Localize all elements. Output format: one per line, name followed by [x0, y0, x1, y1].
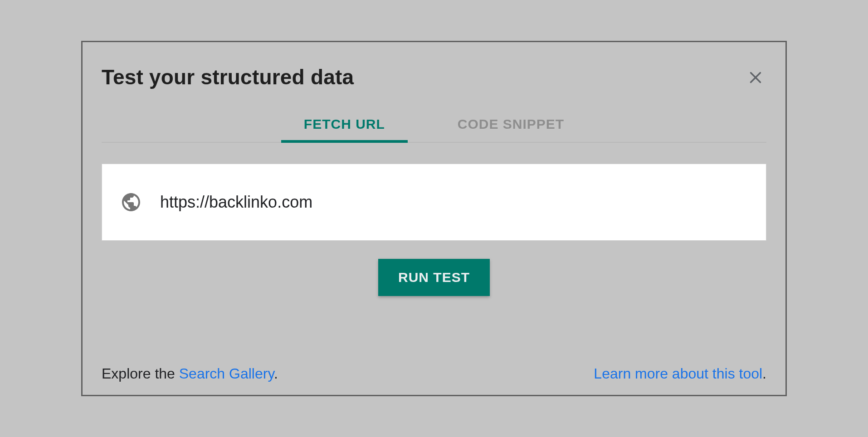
- footer: Explore the Search Gallery. Learn more a…: [102, 365, 766, 382]
- tabs: FETCH URL CODE SNIPPET: [102, 117, 766, 143]
- tab-fetch-url[interactable]: FETCH URL: [295, 117, 394, 142]
- footer-left: Explore the Search Gallery.: [102, 365, 278, 382]
- search-gallery-link[interactable]: Search Gallery: [179, 365, 274, 382]
- footer-right: Learn more about this tool.: [594, 365, 766, 382]
- url-input[interactable]: [160, 193, 748, 212]
- header-row: Test your structured data: [102, 65, 766, 89]
- url-input-box: [102, 164, 766, 241]
- run-row: RUN TEST: [102, 259, 766, 296]
- learn-more-link[interactable]: Learn more about this tool: [594, 365, 762, 382]
- close-button[interactable]: [745, 68, 766, 89]
- explore-prefix: Explore the: [102, 365, 179, 382]
- close-icon: [747, 69, 764, 87]
- globe-icon: [120, 191, 142, 213]
- run-test-button[interactable]: RUN TEST: [378, 259, 490, 296]
- dialog-title: Test your structured data: [102, 65, 354, 89]
- tab-code-snippet[interactable]: CODE SNIPPET: [449, 117, 573, 142]
- structured-data-dialog: Test your structured data FETCH URL CODE…: [81, 41, 787, 396]
- learn-suffix: .: [762, 365, 766, 382]
- explore-suffix: .: [274, 365, 278, 382]
